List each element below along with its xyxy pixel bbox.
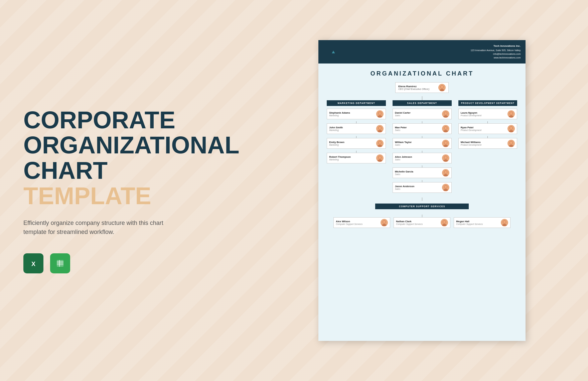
nathanclark-avatar xyxy=(441,219,448,226)
svg-point-54 xyxy=(383,221,386,223)
svg-point-44 xyxy=(509,115,513,118)
left-panel: CORPORATE ORGANIZATIONAL CHART TEMPLATE … xyxy=(0,0,263,381)
johnsmith-avatar xyxy=(376,125,384,132)
svg-point-59 xyxy=(502,224,507,226)
svg-point-26 xyxy=(443,115,448,118)
support-header: COMPUTER SUPPORT SERVICES xyxy=(375,204,469,209)
svg-point-17 xyxy=(378,130,382,132)
member-danielcarter: Daniel CarterSales xyxy=(393,109,452,119)
svg-point-23 xyxy=(378,159,382,162)
jasonanderson-avatar xyxy=(442,184,449,191)
svg-rect-3 xyxy=(57,260,63,267)
svg-point-48 xyxy=(510,127,512,129)
product-section: PRODUCT DEVELOPMENT DEPARTMENT Laura Ngu… xyxy=(457,100,519,195)
title-line2: ORGANIZATIONAL xyxy=(23,132,240,158)
member-meganhall: Megan HallComputer Support Services xyxy=(454,217,510,228)
svg-point-21 xyxy=(379,141,381,144)
svg-point-41 xyxy=(443,189,448,191)
svg-text:X: X xyxy=(31,261,35,267)
svg-point-33 xyxy=(444,141,447,144)
michellegarcia-avatar xyxy=(442,169,449,176)
svg-point-38 xyxy=(443,174,448,176)
svg-point-30 xyxy=(444,127,447,129)
right-panel: Tech Innovations Inc. 123 Innovation Ave… xyxy=(263,0,588,381)
svg-point-47 xyxy=(509,130,513,132)
svg-point-42 xyxy=(444,185,447,188)
svg-point-32 xyxy=(443,145,448,147)
member-michaelwilliams: Michael WilliamsProduct Development xyxy=(458,138,518,149)
support-connector2 xyxy=(422,215,422,217)
support-connector xyxy=(422,198,422,201)
svg-point-18 xyxy=(379,127,381,129)
svg-point-50 xyxy=(509,145,513,147)
product-header: PRODUCT DEVELOPMENT DEPARTMENT xyxy=(458,100,518,106)
company-website: www.techinnovations.com xyxy=(471,56,521,59)
marketing-header: MARKETING DEPARTMENT xyxy=(327,100,386,106)
svg-point-60 xyxy=(503,221,506,223)
company-logo xyxy=(325,43,342,60)
chart-title: ORGANIZATIONAL CHART xyxy=(325,69,519,77)
alexwilson-avatar xyxy=(381,219,388,226)
member-maepeter: Mae PeterSales xyxy=(393,123,452,134)
main-title: CORPORATE ORGANIZATIONAL CHART TEMPLATE xyxy=(23,108,240,209)
sales-section: SALES DEPARTMENT Daniel CarterSales Mae … xyxy=(391,100,453,195)
ceo-info: Elena Ramirez CEO (Chief Executive Offic… xyxy=(398,85,438,90)
michaelwilliams-avatar xyxy=(507,140,515,147)
title-highlight: TEMPLATE xyxy=(23,182,151,209)
title-line3: CHART xyxy=(23,157,108,184)
ceo-name: Elena Ramirez xyxy=(398,85,438,88)
svg-point-12 xyxy=(441,86,443,88)
emilybrown-avatar xyxy=(376,140,384,147)
svg-point-39 xyxy=(444,171,447,173)
member-nathanclark: Nathan ClarkComputer Support Services xyxy=(394,217,450,228)
member-robertthompson: Robert ThompsonMarketing xyxy=(327,153,386,163)
support-persons-row: Alex WilsonComputer Support Services Nat… xyxy=(325,217,519,228)
company-email: info@techinnovations.com xyxy=(471,52,521,56)
ceo-avatar xyxy=(438,84,446,91)
stephanie-avatar xyxy=(376,110,384,118)
williamtaylor-avatar xyxy=(442,140,449,147)
svg-point-35 xyxy=(443,159,448,162)
svg-point-27 xyxy=(444,112,447,115)
member-lauranguyen: Laura NguyenProduct Development xyxy=(458,109,518,119)
maepeter-avatar xyxy=(442,125,449,132)
svg-point-57 xyxy=(443,221,446,223)
sales-header: SALES DEPARTMENT xyxy=(393,100,452,106)
svg-point-14 xyxy=(378,115,382,118)
svg-point-11 xyxy=(440,89,444,91)
ceo-box: Elena Ramirez CEO (Chief Executive Offic… xyxy=(395,82,449,93)
support-dept-row: COMPUTER SUPPORT SERVICES xyxy=(325,204,519,212)
svg-point-36 xyxy=(444,156,447,159)
member-williamtaylor: William TaylorSales xyxy=(393,138,452,149)
subtitle-text: Efficiently organize company structure w… xyxy=(23,219,164,237)
member-jasonanderson: Jason AndersonSales xyxy=(393,182,452,193)
member-emilybrown: Emily BrownMarketing xyxy=(327,138,386,149)
svg-point-45 xyxy=(510,112,512,115)
company-info: Tech Innovations Inc. 123 Innovation Ave… xyxy=(471,44,521,59)
company-name: Tech Innovations Inc. xyxy=(471,44,521,48)
lauranguyen-avatar xyxy=(507,110,515,118)
member-johnsmith: John SmithMarketing xyxy=(327,123,386,134)
svg-point-24 xyxy=(379,156,381,159)
svg-point-29 xyxy=(443,130,448,132)
company-address: 123 Innovation Avenue, Suite 505, Silico… xyxy=(471,48,521,52)
robertthompson-avatar xyxy=(376,154,384,162)
marketing-section: MARKETING DEPARTMENT Stephanie AdamsMark… xyxy=(325,100,388,195)
doc-header: Tech Innovations Inc. 123 Innovation Ave… xyxy=(318,40,526,64)
ceo-role: CEO (Chief Executive Officer) xyxy=(398,88,438,90)
member-stephanie: Stephanie AdamsMarketing xyxy=(327,109,386,119)
sheets-icon[interactable] xyxy=(50,253,70,273)
svg-point-51 xyxy=(510,141,512,144)
svg-point-20 xyxy=(378,145,382,147)
member-alicejohnson: Alice JohnsonSales xyxy=(393,153,452,163)
ryanpatel-avatar xyxy=(507,125,515,132)
ceo-row: Elena Ramirez CEO (Chief Executive Offic… xyxy=(325,82,519,93)
excel-icon[interactable]: X xyxy=(23,253,43,273)
icon-row: X xyxy=(23,253,240,273)
ceo-connector xyxy=(422,96,422,100)
title-line1: CORPORATE xyxy=(23,107,175,133)
member-alexwilson: Alex WilsonComputer Support Services xyxy=(333,217,390,228)
svg-point-15 xyxy=(379,112,381,115)
svg-point-53 xyxy=(382,224,387,226)
departments-row: MARKETING DEPARTMENT Stephanie AdamsMark… xyxy=(325,100,519,195)
